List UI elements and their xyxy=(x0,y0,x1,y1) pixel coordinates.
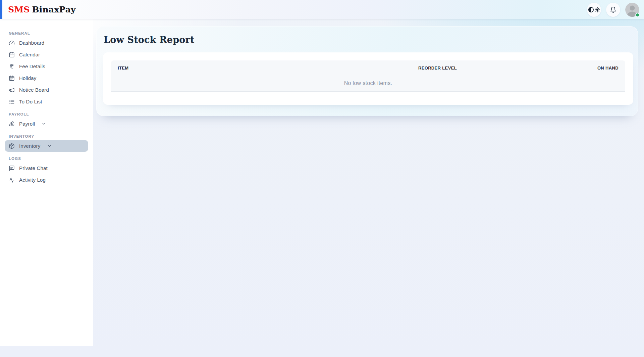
theme-contrast-sun-icon xyxy=(587,6,601,13)
sidebar-item-label: Inventory xyxy=(19,143,41,149)
todo-list-icon xyxy=(9,99,15,105)
sidebar-nav: GENERALDashboardCalendarFee DetailsHolid… xyxy=(5,31,88,186)
chevron-down-icon xyxy=(47,143,52,148)
sidebar-item-private-chat[interactable]: Private Chat xyxy=(5,162,88,174)
report-card: ITEMREORDER LEVELON HAND No low stock it… xyxy=(103,52,633,105)
sidebar-item-label: Activity Log xyxy=(19,177,46,183)
app-header: SMSBinaxPay xyxy=(0,0,644,19)
sidebar-item-activity-log[interactable]: Activity Log xyxy=(5,174,88,186)
column-header-item: ITEM xyxy=(111,60,368,76)
sidebar-item-notice-board[interactable]: Notice Board xyxy=(5,84,88,96)
sidebar-item-label: Notice Board xyxy=(19,87,49,93)
sidebar-item-label: Payroll xyxy=(19,121,35,127)
sidebar: GENERALDashboardCalendarFee DetailsHolid… xyxy=(0,19,93,346)
logo-sms: SMS xyxy=(8,5,30,14)
content-panel: Low Stock Report ITEMREORDER LEVELON HAN… xyxy=(96,26,638,116)
chevron-down-icon xyxy=(41,121,46,126)
sidebar-item-dashboard[interactable]: Dashboard xyxy=(5,37,88,49)
sidebar-item-label: To Do List xyxy=(19,99,42,104)
sidebar-item-calendar[interactable]: Calendar xyxy=(5,49,88,60)
activity-icon xyxy=(9,177,15,183)
sidebar-item-payroll[interactable]: Payroll xyxy=(5,118,88,130)
column-header-reorder-level: REORDER LEVEL xyxy=(368,60,507,76)
sidebar-item-label: Dashboard xyxy=(19,40,44,46)
theme-toggle-button[interactable] xyxy=(587,3,601,17)
column-header-on-hand: ON HAND xyxy=(507,60,625,76)
brand-accent-bar xyxy=(0,0,2,19)
sidebar-item-inventory[interactable]: Inventory xyxy=(5,140,88,152)
notifications-button[interactable] xyxy=(606,3,620,17)
sidebar-section-label-inventory: INVENTORY xyxy=(9,134,84,139)
sidebar-item-fee-details[interactable]: Fee Details xyxy=(5,60,88,72)
hand-coins-icon xyxy=(9,121,15,127)
online-status-dot xyxy=(635,13,640,17)
header-actions xyxy=(587,0,639,19)
rupee-icon xyxy=(9,63,15,70)
sidebar-item-to-do-list[interactable]: To Do List xyxy=(5,96,88,107)
sidebar-item-holiday[interactable]: Holiday xyxy=(5,72,88,84)
sidebar-item-label: Holiday xyxy=(19,75,36,81)
logo-product-name: BinaxPay xyxy=(32,5,75,14)
page-title: Low Stock Report xyxy=(104,35,638,45)
dashboard-gauge-icon xyxy=(9,40,15,46)
chat-icon xyxy=(9,165,15,171)
holiday-calendar-icon xyxy=(9,75,15,81)
low-stock-table: ITEMREORDER LEVELON HAND No low stock it… xyxy=(111,52,625,92)
sidebar-item-label: Fee Details xyxy=(19,63,45,69)
sidebar-section-label-payroll: PAYROLL xyxy=(9,111,84,117)
empty-state-message: No low stock items. xyxy=(111,76,625,91)
user-avatar[interactable] xyxy=(625,3,639,17)
sidebar-section-label-logs: LOGS xyxy=(9,156,84,161)
sidebar-item-label: Calendar xyxy=(19,52,40,57)
calendar-icon xyxy=(9,52,15,58)
sidebar-section-label-general: GENERAL xyxy=(9,31,84,36)
package-icon xyxy=(9,143,15,149)
table-empty-row: No low stock items. xyxy=(111,76,625,91)
megaphone-icon xyxy=(9,87,15,93)
bell-icon xyxy=(610,6,616,13)
sidebar-item-label: Private Chat xyxy=(19,165,48,171)
app-logo: SMSBinaxPay xyxy=(8,5,76,14)
